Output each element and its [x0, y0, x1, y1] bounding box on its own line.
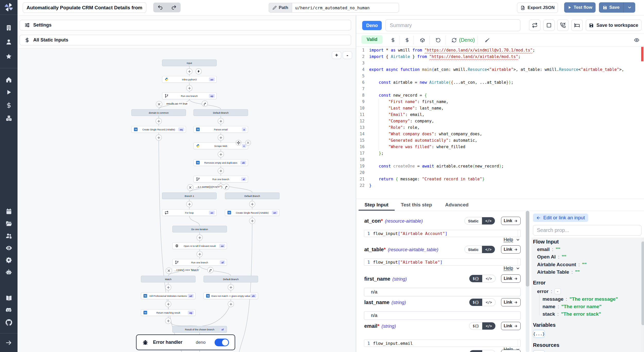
add-branch-button[interactable] [202, 100, 208, 107]
field-expression-email[interactable]: 1flow_input.email [364, 340, 521, 347]
field-expression-at_con[interactable]: 1flow_input["Airtable Account"] [364, 230, 521, 237]
flow-node-for-loop[interactable]: For loopac [162, 209, 217, 216]
tab-step-input[interactable]: Step Input [365, 199, 388, 211]
prop-row-airtable-account[interactable]: Airtable Account:"" [537, 262, 587, 267]
prop-object-chip-variables[interactable]: {...} [533, 330, 545, 338]
flow-node-default-branch[interactable]: Default Branch [225, 192, 279, 199]
discord-icon[interactable] [0, 304, 18, 316]
flow-node-kill-professional-websites-mentions[interactable]: TSKill Professional Websites mentionsad [141, 292, 196, 299]
dollar-button[interactable] [404, 33, 410, 47]
flow-node-input[interactable]: Input [162, 60, 217, 66]
prop-row-airtable-table[interactable]: Airtable Table:"" [537, 269, 580, 275]
toggle-static-mode[interactable]: Static [465, 217, 482, 224]
insert-step-button[interactable] [249, 201, 255, 207]
prop-row-name[interactable]: name:"The error name" [543, 304, 601, 309]
rotate-ccw-button[interactable] [435, 33, 441, 47]
error-handler-toggle[interactable] [215, 339, 229, 346]
flow-node-run-one-branch[interactable]: Run one branchaf [172, 259, 227, 266]
broom-button[interactable] [485, 33, 490, 47]
branch-condition-remove-button[interactable] [187, 184, 193, 191]
flow-node-parses-email[interactable]: TSParses emaila [193, 126, 248, 133]
flow-node-create-single-record-airtable[interactable]: TSCreate Single Record (Airtable)an [225, 209, 279, 216]
redo-button[interactable] [167, 3, 181, 12]
path-chip[interactable]: Path [269, 3, 292, 13]
field-value-first_name[interactable]: n/a [364, 288, 521, 296]
boxes-icon[interactable] [0, 112, 18, 124]
insert-step-button[interactable] [197, 234, 203, 241]
dollar-button[interactable] [390, 33, 396, 47]
flow-node-run-one-branch[interactable]: Run one branchal [193, 176, 248, 182]
undo-button[interactable] [153, 3, 167, 12]
toggle-code-mode[interactable]: </> [482, 275, 495, 282]
phone-incoming-button[interactable] [557, 20, 569, 31]
field-mode-toggle-at_table[interactable]: Static</> [464, 246, 495, 253]
prop-row-email[interactable]: email:"" [537, 247, 560, 252]
flow-node-create-single-record-airtable[interactable]: TSCreate Single Record (Airtable)aq [131, 126, 186, 133]
eye-icon[interactable] [0, 242, 18, 254]
package-button[interactable] [420, 33, 425, 47]
building-icon[interactable] [0, 22, 18, 33]
flow-node-do-one-iteration[interactable]: Do one iteration [172, 226, 227, 232]
prop-object-chip-resources[interactable]: {...} [533, 350, 545, 352]
toggle-code-mode[interactable]: </> [482, 299, 495, 306]
insert-step-button[interactable] [156, 135, 162, 141]
flow-title-input[interactable]: Automatically Populate CRM Contact Detai… [23, 2, 146, 13]
language-badge[interactable]: Deno [362, 21, 382, 30]
flow-node-domain-is-common[interactable]: domain is common [131, 109, 186, 116]
flow-node-does-not-match-gives-empty-value[interactable]: TSDoes not match -> gives empty valueah [204, 292, 258, 299]
insert-step-button[interactable] [218, 168, 224, 174]
prop-row-open-ai[interactable]: Open AI:"" [537, 254, 566, 260]
test-flow-button[interactable]: Test flow [564, 2, 596, 13]
repeat-arrows-button[interactable] [529, 20, 540, 31]
flow-node-removes-empty-and-duplicates[interactable]: TSRemoves empty and duplicatesak [193, 159, 248, 166]
edit-or-link-input-button[interactable]: Edit or link an input [533, 214, 588, 222]
insert-step-button[interactable] [218, 151, 224, 157]
trigger-bolt-button[interactable] [196, 68, 202, 74]
refresh-cw-button[interactable] [451, 33, 457, 47]
help-link-at_con[interactable]: Help [504, 237, 520, 242]
fields-scrollbar-thumb[interactable] [526, 211, 529, 287]
logout-arrow-icon[interactable] [0, 337, 18, 348]
export-json-button[interactable]: Export JSON [517, 3, 558, 13]
insert-step-button[interactable] [165, 301, 171, 307]
gear-icon[interactable] [0, 254, 18, 266]
path-input[interactable]: u/henri/crm_automated_no_human [292, 3, 399, 13]
node-move-handle[interactable] [236, 140, 241, 146]
flow-settings-row[interactable]: Settings [20, 20, 351, 30]
bed-button[interactable] [571, 20, 583, 31]
flow-canvas[interactable]: + - InputInline python3aoRun one brancha… [18, 48, 356, 352]
insert-step-button[interactable] [186, 201, 192, 207]
props-scrollbar-thumb[interactable] [641, 241, 644, 325]
zoom-out-button[interactable]: - [343, 51, 352, 59]
prop-row-stack[interactable]: stack:"The error stack" [543, 311, 601, 317]
branch-condition-remove-button[interactable] [166, 267, 172, 274]
branch-condition-remove-button[interactable] [156, 101, 162, 107]
summary-input[interactable]: Summary [385, 19, 520, 31]
link-button-last_name[interactable]: Link [501, 298, 521, 306]
insert-step-button[interactable] [186, 85, 192, 91]
zoom-in-button[interactable]: + [332, 51, 341, 59]
flow-node-inline-python3[interactable]: Inline python3ao [162, 76, 217, 83]
eye-button[interactable] [632, 33, 641, 47]
insert-step-button[interactable] [249, 218, 255, 224]
users-gear-icon[interactable] [0, 230, 18, 241]
prop-row-message[interactable]: message:"The error message" [543, 296, 618, 302]
save-to-workspace-button[interactable]: Save to workspace [586, 20, 641, 31]
field-mode-toggle-last_name[interactable]: ${}</> [469, 298, 496, 306]
link-button-first_name[interactable]: Link [501, 274, 521, 283]
flow-node-default-branch[interactable]: Default Branch [193, 109, 248, 116]
field-mode-toggle[interactable]: ${}</> [469, 350, 496, 352]
save-button[interactable]: Save [599, 2, 623, 13]
folder-open-icon[interactable] [0, 218, 18, 229]
insert-step-button[interactable] [156, 118, 162, 124]
field-expression-at_table[interactable]: 1flow_input["Airtable Table"] [364, 258, 521, 266]
save-dropdown-button[interactable] [623, 2, 635, 13]
field-mode-toggle-email[interactable]: ${}</> [469, 322, 496, 330]
code-editor[interactable]: 1import * as wmill from "https://deno.la… [356, 47, 644, 199]
toggle-code-mode[interactable]: </> [482, 246, 495, 253]
error-handler-row[interactable]: Error handler deno [136, 334, 235, 350]
insert-step-button[interactable] [228, 284, 234, 290]
link-button-at_con[interactable]: Link [501, 217, 521, 225]
flow-node-default-branch[interactable]: Default Branch [204, 276, 258, 282]
toggle-code-mode[interactable]: </> [482, 322, 495, 330]
